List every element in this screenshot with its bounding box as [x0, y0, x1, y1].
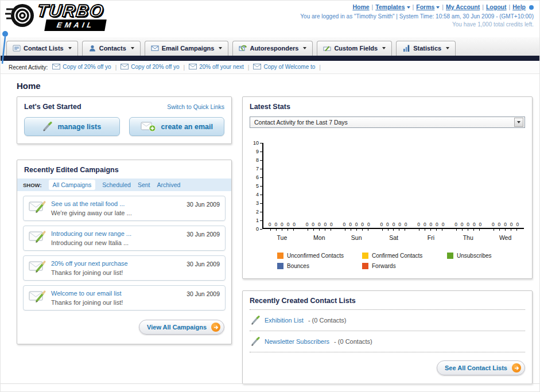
campaign-filters: All CampaignsScheduledSentArchived: [49, 181, 188, 188]
chevron-down-icon: [382, 47, 386, 49]
footer-divider: [1, 383, 539, 384]
contact-lists-icon: [13, 44, 21, 52]
recent-activity-item[interactable]: Copy of 20% off yo: [52, 64, 111, 70]
legend-item: Forwards: [362, 263, 447, 269]
contact-lists-title: Recently Created Contact Lists: [243, 291, 532, 309]
tab-contacts[interactable]: Contacts: [82, 41, 141, 56]
pencil-icon: [42, 122, 52, 131]
tab-statistics[interactable]: Statistics: [396, 41, 456, 56]
bar-value-label: 0: [361, 222, 364, 228]
chevron-down-icon: [514, 118, 523, 127]
envelope-icon: [121, 64, 129, 69]
tab-label: Autoresponders: [250, 45, 298, 52]
statistics-icon: [402, 44, 410, 52]
switch-quick-links-link[interactable]: Switch to Quick Links: [167, 103, 224, 110]
manage-lists-button[interactable]: manage lists: [24, 117, 120, 136]
top-nav-my-account[interactable]: My Account: [446, 3, 480, 10]
bar-value-label: 0: [479, 222, 482, 228]
right-column: Latest Stats Contact Activity for the La…: [242, 96, 533, 384]
filter-all-campaigns[interactable]: All Campaigns: [49, 180, 96, 190]
tab-email-campaigns[interactable]: Email Campaigns: [145, 41, 229, 56]
show-label: SHOW:: [23, 182, 42, 188]
chart-bar-group: 00000: [487, 143, 524, 228]
bar-value-label: 0: [436, 222, 438, 228]
tab-contact-lists[interactable]: Contact Lists: [6, 41, 78, 56]
contact-list-link[interactable]: Newsletter Subscribers: [265, 338, 329, 345]
chart-x-labels: TueMonSunSatFriThuWed: [263, 234, 524, 241]
bar-value-label: 0: [281, 222, 283, 228]
see-all-contact-lists-button[interactable]: See All Contact Lists: [437, 360, 525, 375]
filter-scheduled[interactable]: Scheduled: [102, 181, 131, 188]
legend-item: Unsubscribes: [447, 253, 532, 259]
arrow-right-icon: [211, 323, 220, 332]
turbo-fan-icon: [5, 2, 35, 31]
bar-value-label: 0: [467, 222, 469, 228]
chevron-down-icon: [68, 47, 72, 49]
bar-value-label: 0: [516, 222, 519, 228]
campaign-item: Welcome to our email listThanks for join…: [23, 285, 226, 311]
contact-list-count: - (0 Contacts): [308, 317, 347, 324]
legend-item: Confirmed Contacts: [362, 253, 447, 259]
x-axis-label: Thu: [449, 234, 487, 241]
view-all-campaigns-button[interactable]: View All Campaigns: [139, 320, 224, 335]
tab-label: Custom Fields: [334, 45, 378, 52]
contact-list-item: Exhibition List- (0 Contacts): [250, 309, 525, 331]
legend-swatch: [362, 263, 368, 269]
x-axis-label: Sat: [375, 234, 413, 241]
campaign-title-link[interactable]: Introducing our new range ...: [51, 230, 181, 237]
stats-period-select[interactable]: Contact Activity for the Last 7 Days: [250, 117, 525, 128]
bar-value-label: 0: [454, 222, 457, 228]
bar-value-label: 0: [461, 222, 464, 228]
bar-value-label: 0: [510, 222, 513, 228]
legend-label: Bounces: [287, 263, 309, 269]
top-nav-help[interactable]: Help: [512, 3, 526, 10]
filter-sent[interactable]: Sent: [138, 181, 150, 188]
y-axis-label: 7: [256, 166, 259, 172]
selected-period: Contact Activity for the Last 7 Days: [254, 119, 348, 126]
recent-activity-item[interactable]: Copy of Welcome to: [253, 64, 315, 70]
bar-value-label: 0: [312, 222, 314, 228]
campaign-title-link[interactable]: Welcome to our email list: [51, 290, 181, 297]
tab-custom-fields[interactable]: Custom Fields: [317, 41, 392, 56]
top-nav-templates[interactable]: Templates: [375, 3, 410, 10]
recent-activity-item[interactable]: 20% off your next: [189, 64, 244, 70]
top-nav-home[interactable]: Home: [352, 3, 369, 10]
legend-label: Unsubscribes: [457, 253, 492, 259]
bar-value-label: 0: [393, 222, 395, 228]
y-axis-label: 10: [253, 141, 259, 146]
campaign-title-link[interactable]: 20% off your next purchase: [51, 260, 181, 267]
left-column: Let's Get Started Switch to Quick Links …: [17, 96, 232, 344]
chart-bar-group: 00000: [375, 143, 413, 228]
chevron-down-icon: [131, 47, 134, 49]
login-info: You are logged in as "Timothy Smith" | S…: [300, 13, 534, 20]
page-title: Home: [17, 81, 539, 91]
main-tabbar: Contact ListsContactsEmail CampaignsAuto…: [1, 37, 539, 56]
top-nav-forms[interactable]: Forms: [416, 3, 440, 10]
stats-title: Latest Stats: [243, 97, 532, 115]
campaign-date: 30 Jun 2009: [187, 261, 220, 267]
custom-fields-icon: [323, 44, 331, 52]
y-axis-label: 3: [256, 201, 259, 206]
bar-value-label: 0: [498, 222, 501, 228]
chevron-down-icon: [407, 6, 410, 9]
tab-label: Contacts: [99, 45, 126, 52]
button-label: manage lists: [57, 123, 101, 131]
top-nav-logout[interactable]: Logout: [486, 3, 507, 10]
bar-value-label: 0: [287, 222, 290, 228]
tab-autoresponders[interactable]: Autoresponders: [232, 41, 313, 56]
campaign-date: 30 Jun 2009: [187, 290, 220, 297]
y-axis-label: 1: [256, 218, 259, 223]
bar-value-label: 0: [398, 222, 401, 228]
logo-text: TURBO EMAIL: [37, 2, 106, 31]
contact-list-link[interactable]: Exhibition List: [265, 317, 304, 324]
recent-activity-item[interactable]: Copy of 20% off yo: [121, 64, 179, 70]
filter-archived[interactable]: Archived: [157, 181, 180, 188]
legend-swatch: [362, 253, 368, 259]
recent-activity-link: Copy of 20% off yo: [63, 64, 111, 70]
campaign-title-link[interactable]: See us at the retail food ...: [51, 200, 181, 207]
bar-value-label: 0: [417, 222, 420, 228]
bar-value-label: 0: [293, 222, 296, 228]
create-email-button[interactable]: create an email: [129, 117, 225, 136]
bar-value-label: 0: [442, 222, 445, 228]
campaign-date: 30 Jun 2009: [187, 231, 220, 238]
